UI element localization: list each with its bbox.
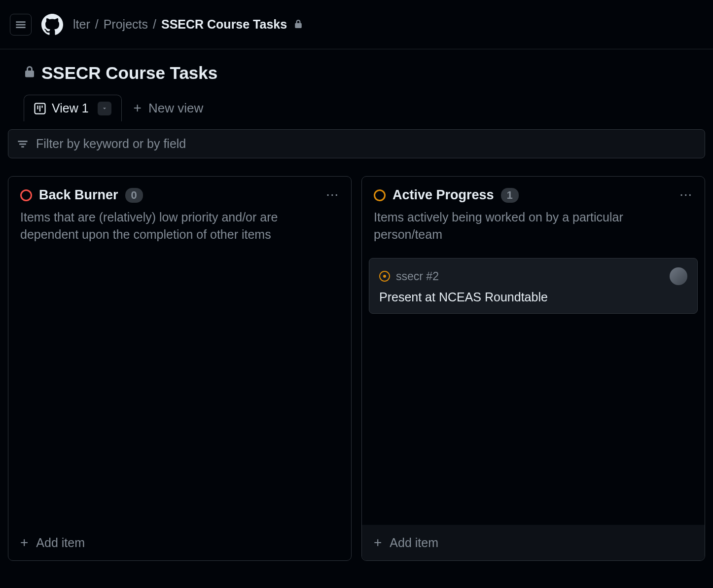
card-title: Present at NCEAS Roundtable xyxy=(379,290,687,304)
add-item-label: Add item xyxy=(36,536,85,550)
column-description: Items actively being worked on by a part… xyxy=(374,209,693,243)
hamburger-menu-button[interactable] xyxy=(10,14,32,36)
column-title: Active Progress xyxy=(392,187,494,203)
breadcrumb: lter / Projects / SSECR Course Tasks xyxy=(73,17,303,32)
column-title-row: Active Progress 1 ··· xyxy=(374,187,693,203)
filter-input[interactable] xyxy=(36,137,696,151)
column-title: Back Burner xyxy=(39,187,118,203)
column-header: Back Burner 0 ··· Items that are (relati… xyxy=(8,177,351,249)
filter-icon xyxy=(17,139,28,149)
breadcrumb-project[interactable]: SSECR Course Tasks xyxy=(161,17,287,32)
column-menu-button[interactable]: ··· xyxy=(326,189,339,201)
issue-open-icon xyxy=(379,271,390,282)
column-header: Active Progress 1 ··· Items actively bei… xyxy=(362,177,705,249)
add-item-button[interactable]: + Add item xyxy=(362,525,705,560)
tabs-row: View 1 + New view xyxy=(24,95,689,121)
column-body[interactable] xyxy=(8,249,351,525)
board: Back Burner 0 ··· Items that are (relati… xyxy=(0,158,713,561)
tab-dropdown-button[interactable] xyxy=(98,102,111,115)
filter-bar[interactable] xyxy=(8,129,705,158)
column-back-burner: Back Burner 0 ··· Items that are (relati… xyxy=(8,176,352,561)
plus-icon: + xyxy=(20,535,28,551)
board-icon xyxy=(34,103,46,114)
new-view-button[interactable]: + New view xyxy=(134,100,204,116)
lock-icon xyxy=(294,17,303,32)
project-title: SSECR Course Tasks xyxy=(41,63,217,83)
top-header: lter / Projects / SSECR Course Tasks xyxy=(0,0,713,49)
project-title-row: SSECR Course Tasks xyxy=(24,63,689,83)
card-reference: ssecr #2 xyxy=(396,270,439,283)
breadcrumb-section[interactable]: Projects xyxy=(104,17,148,32)
plus-icon: + xyxy=(374,535,382,551)
assignee-avatar[interactable] xyxy=(670,267,687,285)
lock-icon xyxy=(24,66,36,80)
tab-label: View 1 xyxy=(52,101,89,115)
project-header: SSECR Course Tasks View 1 + New view xyxy=(0,49,713,121)
add-item-button[interactable]: + Add item xyxy=(8,525,351,560)
breadcrumb-separator: / xyxy=(153,17,156,32)
column-active-progress: Active Progress 1 ··· Items actively bei… xyxy=(361,176,705,561)
add-item-label: Add item xyxy=(390,536,438,550)
github-icon xyxy=(41,14,63,36)
count-badge: 0 xyxy=(125,188,143,203)
column-body[interactable]: ssecr #2 Present at NCEAS Roundtable xyxy=(362,249,705,525)
github-logo[interactable] xyxy=(41,14,63,36)
tab-view1[interactable]: View 1 xyxy=(24,95,122,121)
column-description: Items that are (relatively) low priority… xyxy=(20,209,339,243)
status-circle-icon xyxy=(374,189,386,201)
count-badge: 1 xyxy=(501,188,519,203)
column-menu-button[interactable]: ··· xyxy=(680,189,693,201)
status-circle-icon xyxy=(20,189,32,201)
breadcrumb-separator: / xyxy=(95,17,99,32)
card-item[interactable]: ssecr #2 Present at NCEAS Roundtable xyxy=(369,258,698,314)
column-title-row: Back Burner 0 ··· xyxy=(20,187,339,203)
breadcrumb-org[interactable]: lter xyxy=(73,17,90,32)
new-view-label: New view xyxy=(148,101,203,116)
hamburger-icon xyxy=(15,19,26,30)
chevron-down-icon xyxy=(102,106,107,111)
card-top-row: ssecr #2 xyxy=(379,267,687,285)
plus-icon: + xyxy=(134,100,142,116)
